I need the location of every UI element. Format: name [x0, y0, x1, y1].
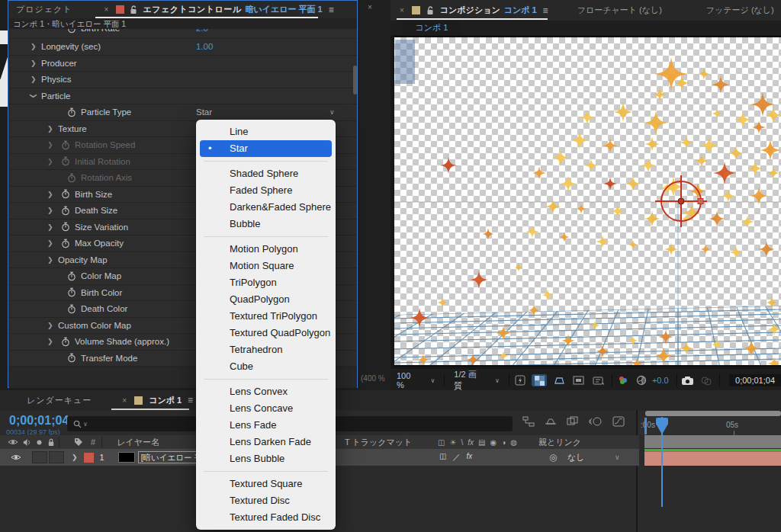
stopwatch-icon[interactable]: [61, 222, 70, 232]
expand-chevron-icon[interactable]: ❯: [31, 43, 37, 50]
unlock-icon[interactable]: [130, 5, 137, 14]
motion-blur-icon[interactable]: [589, 416, 603, 427]
expand-chevron-icon[interactable]: ❯: [47, 239, 53, 247]
stopwatch-icon[interactable]: [67, 287, 76, 297]
expand-chevron-icon[interactable]: ❯: [47, 223, 53, 231]
fast-preview-icon[interactable]: [513, 374, 528, 386]
track-matte-column[interactable]: T トラックマット: [345, 437, 412, 448]
switch-column-icon[interactable]: ◫: [438, 438, 445, 447]
resolution-select[interactable]: 1/2 画質∨: [448, 369, 505, 392]
menu-item-textured-faded-disc[interactable]: Textured Faded Disc: [196, 509, 336, 526]
mini-flowchart-icon[interactable]: [522, 416, 535, 427]
collapse-chevron-icon[interactable]: ❯: [30, 93, 37, 99]
stopwatch-icon[interactable]: [67, 353, 76, 363]
solo-cell[interactable]: [49, 451, 64, 463]
menu-item-bubble[interactable]: Bubble: [196, 216, 336, 232]
current-timecode[interactable]: 0;00;01;04: [9, 414, 69, 428]
graph-editor-icon[interactable]: [612, 416, 625, 427]
exposure-icon[interactable]: [634, 374, 649, 386]
expand-chevron-icon[interactable]: ❯: [47, 191, 53, 198]
switch-column-icon[interactable]: ◉: [490, 438, 497, 447]
menu-item-tetrahedron[interactable]: Tetrahedron: [196, 341, 336, 358]
property-popup-value[interactable]: Star: [196, 107, 212, 117]
tab-comp-timeline[interactable]: コンポ 1: [149, 395, 182, 406]
layer-number-column[interactable]: #: [91, 437, 95, 447]
menu-item-line[interactable]: Line: [196, 123, 336, 140]
close-icon[interactable]: ×: [122, 396, 127, 405]
channel-select-icon[interactable]: [615, 374, 631, 386]
expand-chevron-icon[interactable]: ❯: [47, 125, 53, 133]
switch-column-icon[interactable]: ◍: [510, 438, 517, 447]
composition-viewer[interactable]: [390, 35, 781, 369]
scrollbar-thumb[interactable]: [353, 66, 357, 95]
tab-effect-controls[interactable]: エフェクトコントロール: [143, 4, 241, 15]
effect-property-row[interactable]: ❯Producer: [9, 56, 357, 72]
comp-canvas-transparency-grid[interactable]: [394, 36, 781, 367]
menu-item-tripolygon[interactable]: TriPolygon: [196, 274, 336, 291]
effect-property-row[interactable]: ❯Longevity (sec)1.00: [9, 39, 357, 56]
unlock-icon[interactable]: [426, 6, 434, 15]
menu-item-motion-square[interactable]: Motion Square: [196, 258, 336, 274]
comp-viewer-tab[interactable]: コンポ 1: [403, 21, 461, 35]
menu-item-textured-square[interactable]: Textured Square: [196, 476, 336, 492]
mask-visibility-icon[interactable]: [551, 374, 567, 386]
switch-column-icon[interactable]: ☀: [449, 438, 456, 447]
expand-chevron-icon[interactable]: ❯: [47, 141, 53, 149]
expand-chevron-icon[interactable]: ❯: [47, 338, 53, 345]
audio-cell[interactable]: [32, 451, 47, 463]
solo-icon[interactable]: [36, 439, 43, 446]
menu-item-cube[interactable]: Cube: [196, 358, 336, 375]
close-icon[interactable]: ×: [400, 6, 404, 14]
parent-select[interactable]: なし: [567, 452, 585, 463]
guides-grid-options-icon[interactable]: [591, 374, 606, 386]
effect-property-row[interactable]: ❯Physics: [9, 72, 357, 88]
menu-item-textured-tripolygon[interactable]: Textured TriPolygon: [196, 308, 336, 325]
menu-item-textured-disc[interactable]: Textured Disc: [196, 492, 336, 509]
expand-chevron-icon[interactable]: ❯: [47, 207, 53, 214]
layer-label-swatch[interactable]: [84, 453, 94, 463]
video-eye-icon[interactable]: [8, 438, 18, 446]
menu-item-quadpolygon[interactable]: QuadPolygon: [196, 291, 336, 308]
switch-column-icon[interactable]: fx: [468, 438, 474, 447]
stopwatch-icon[interactable]: [67, 304, 76, 314]
stopwatch-icon[interactable]: [61, 239, 70, 248]
menu-item-faded-sphere[interactable]: Faded Sphere: [196, 182, 336, 199]
timeline-navigator-bar[interactable]: [645, 411, 781, 416]
close-icon[interactable]: ×: [104, 5, 109, 14]
frame-blend-icon[interactable]: [567, 416, 579, 427]
parent-pickwhip-icon[interactable]: ◎: [549, 452, 557, 463]
stopwatch-icon[interactable]: [61, 337, 70, 347]
stopwatch-icon[interactable]: [61, 206, 70, 216]
stopwatch-icon[interactable]: [61, 140, 70, 150]
effect-property-row[interactable]: ❯Particle: [9, 88, 357, 105]
exposure-value[interactable]: +0.0: [652, 376, 669, 385]
parent-select-chevron[interactable]: ∨: [615, 453, 620, 461]
switch-column-icon[interactable]: \: [461, 438, 463, 447]
menu-item-darken-faded-sphere[interactable]: Darken&Faded Sphere: [196, 199, 336, 216]
label-tag-icon[interactable]: [74, 437, 83, 447]
expand-chevron-icon[interactable]: ❯: [47, 256, 53, 264]
switch-column-icon[interactable]: ▤: [478, 438, 485, 447]
close-icon[interactable]: ×: [368, 3, 372, 11]
stopwatch-icon[interactable]: [67, 173, 76, 183]
panel-menu-icon[interactable]: ≡: [188, 395, 193, 405]
menu-item-lens-fade[interactable]: Lens Fade: [196, 417, 336, 434]
layer-name-column[interactable]: レイヤー名: [117, 437, 159, 448]
popup-chevron-icon[interactable]: ∨: [329, 108, 335, 116]
expand-chevron-icon[interactable]: ❯: [47, 158, 53, 165]
expand-chevron-icon[interactable]: ❯: [47, 322, 53, 329]
layer-switch-icon[interactable]: ／: [452, 452, 460, 463]
region-of-interest-icon[interactable]: [571, 374, 587, 386]
layer-duration-bar[interactable]: [644, 451, 781, 466]
stopwatch-icon[interactable]: [61, 189, 70, 199]
menu-item-shaded-sphere[interactable]: Shaded Sphere: [196, 165, 336, 182]
menu-item-lens-darken-fade[interactable]: Lens Darken Fade: [196, 434, 336, 450]
stopwatch-icon[interactable]: [61, 156, 70, 166]
layer-switches[interactable]: ◫／fx: [439, 452, 472, 463]
layer-switch-icon[interactable]: ◫: [439, 452, 446, 463]
viewer-timecode[interactable]: 0;00;01;04: [729, 374, 781, 386]
work-area-start-handle[interactable]: [644, 418, 647, 434]
search-options-chevron[interactable]: ∨: [83, 421, 88, 428]
tab-composition[interactable]: コンポジション: [440, 5, 500, 16]
property-value[interactable]: 1.00: [196, 42, 213, 51]
